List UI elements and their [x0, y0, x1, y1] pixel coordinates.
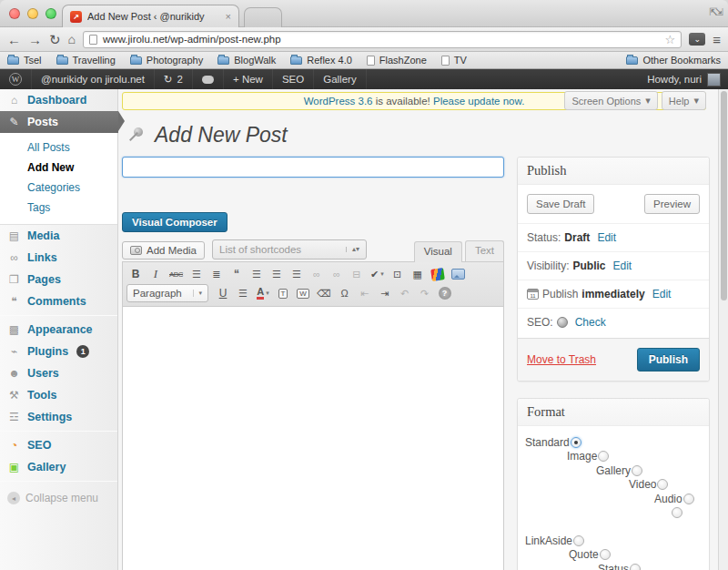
submenu-tags[interactable]: Tags: [0, 198, 117, 218]
numbered-list-button[interactable]: ≣: [207, 266, 226, 282]
visual-composer-button[interactable]: Visual Composer: [122, 212, 228, 232]
forward-button[interactable]: →: [28, 33, 42, 46]
radio-icon[interactable]: [672, 507, 682, 518]
paste-as-text-button[interactable]: T: [274, 285, 292, 301]
undo-button[interactable]: ↶: [396, 285, 414, 301]
italic-button[interactable]: I: [147, 266, 165, 282]
shortcodes-dropdown[interactable]: List of shortcodes▴▾: [212, 239, 367, 260]
account-menu[interactable]: Howdy, nuri: [640, 73, 728, 87]
tab-text[interactable]: Text: [465, 240, 504, 261]
submenu-categories[interactable]: Categories: [0, 178, 117, 198]
paste-from-word-button[interactable]: W: [294, 285, 312, 301]
radio-icon[interactable]: [573, 535, 584, 546]
format-option-link[interactable]: [671, 506, 702, 521]
close-window-button[interactable]: [9, 8, 20, 19]
format-option-status[interactable]: Status: [598, 562, 702, 570]
post-title-input[interactable]: [122, 157, 504, 178]
sidebar-item-tools[interactable]: ⚒Tools: [0, 384, 117, 406]
special-character-button[interactable]: Ω: [336, 285, 354, 301]
spellcheck-button[interactable]: ✔▾: [368, 266, 387, 282]
remove-link-button[interactable]: ∞: [328, 266, 346, 282]
fullscreen-button[interactable]: ⊡: [389, 266, 407, 282]
radio-selected-icon[interactable]: [571, 437, 581, 448]
screen-options-button[interactable]: Screen Options▾: [564, 91, 657, 110]
blockquote-button[interactable]: “: [228, 266, 246, 282]
strikethrough-button[interactable]: ABC: [167, 266, 186, 282]
radio-icon[interactable]: [600, 549, 611, 560]
site-name-menu[interactable]: @nurikidy on jirolu.net: [32, 69, 155, 89]
radio-icon[interactable]: [598, 451, 609, 462]
sidebar-item-appearance[interactable]: ▩Appearance: [0, 319, 117, 341]
reload-button[interactable]: ↻: [49, 33, 61, 46]
sidebar-item-media[interactable]: ▤Media: [0, 225, 117, 247]
comments-menu[interactable]: [193, 69, 224, 89]
format-option-video[interactable]: Video: [629, 478, 702, 493]
radio-icon[interactable]: [683, 494, 694, 504]
sidebar-item-links[interactable]: ∞Links: [0, 247, 117, 269]
seo-menu[interactable]: SEO: [273, 69, 314, 89]
editor-canvas[interactable]: [123, 307, 503, 570]
add-media-button[interactable]: Add Media: [122, 241, 205, 260]
rainbow-flair-button[interactable]: [429, 266, 447, 282]
bullet-list-button[interactable]: ☰: [187, 266, 206, 282]
wordpress-version-link[interactable]: WordPress 3.6: [304, 96, 373, 107]
indent-button[interactable]: ⇥: [376, 285, 394, 301]
radio-icon[interactable]: [657, 479, 668, 490]
bookmark-folder-reflex[interactable]: Reflex 4.0: [290, 55, 352, 66]
bookmark-tv[interactable]: TV: [441, 55, 467, 66]
sidebar-item-comments[interactable]: ❝Comments: [0, 290, 117, 312]
bookmark-flashzone[interactable]: FlashZone: [367, 55, 427, 66]
seo-check-link[interactable]: Check: [575, 316, 606, 329]
justify-button[interactable]: ☰: [234, 285, 252, 301]
new-content-menu[interactable]: + New: [224, 69, 273, 89]
zoom-window-button[interactable]: [46, 8, 56, 19]
bookmark-folder-photography[interactable]: Photography: [130, 55, 203, 66]
format-option-audio[interactable]: Audio: [654, 492, 702, 506]
back-button[interactable]: ←: [7, 33, 21, 46]
text-color-button[interactable]: A▾: [254, 285, 272, 301]
format-option-gallery[interactable]: Gallery: [596, 463, 702, 478]
collapse-menu-button[interactable]: ◂Collapse menu: [0, 484, 117, 512]
browser-tab[interactable]: ↗ Add New Post ‹ @nurikidy ×: [62, 5, 239, 27]
submenu-all-posts[interactable]: All Posts: [0, 137, 117, 158]
sidebar-item-seo[interactable]: ◔SEO: [0, 434, 117, 456]
bold-button[interactable]: B: [126, 266, 145, 282]
url-bar[interactable]: www.jirolu.net/wp-admin/post-new.php ☆: [83, 31, 682, 48]
sidebar-item-plugins[interactable]: ⌁Plugins1: [0, 341, 117, 362]
bookmark-folder-travelling[interactable]: Travelling: [56, 55, 116, 66]
redo-button[interactable]: ↷: [416, 285, 434, 301]
image-slideshow-button[interactable]: [449, 266, 468, 282]
save-draft-button[interactable]: Save Draft: [527, 194, 594, 214]
publish-button[interactable]: Publish: [637, 348, 700, 372]
fullscreen-arrows-icon[interactable]: ⇱⇲: [710, 6, 721, 18]
minimize-window-button[interactable]: [27, 8, 38, 19]
update-now-link[interactable]: Please update now.: [433, 96, 524, 107]
bookmark-folder-tsel[interactable]: Tsel: [7, 55, 42, 66]
sidebar-item-pages[interactable]: ❐Pages: [0, 269, 117, 290]
outdent-button[interactable]: ⇤: [356, 285, 374, 301]
paragraph-format-select[interactable]: Paragraph▾: [126, 284, 208, 302]
underline-button[interactable]: U: [214, 285, 232, 301]
sidebar-item-users[interactable]: ☻Users: [0, 362, 117, 384]
tab-visual[interactable]: Visual: [414, 241, 462, 262]
tab-close-icon[interactable]: ×: [226, 11, 231, 22]
remove-formatting-button[interactable]: ⌫: [314, 285, 334, 301]
pocket-extension-icon[interactable]: ⌄: [689, 33, 705, 46]
align-center-button[interactable]: ☰: [268, 266, 286, 282]
more-tag-button[interactable]: ⊟: [348, 266, 366, 282]
format-option-image[interactable]: Image: [567, 450, 702, 464]
sidebar-item-settings[interactable]: ☲Settings: [0, 406, 117, 428]
submenu-add-new[interactable]: Add New: [0, 158, 117, 178]
bookmark-folder-blogwalk[interactable]: BlogWalk: [217, 55, 276, 66]
preview-button[interactable]: Preview: [644, 194, 700, 214]
radio-icon[interactable]: [632, 465, 642, 476]
other-bookmarks[interactable]: Other Bookmarks: [626, 55, 721, 66]
sidebar-item-posts[interactable]: ✎Posts: [0, 111, 118, 133]
move-to-trash-link[interactable]: Move to Trash: [527, 353, 596, 366]
browser-menu-icon[interactable]: ≡: [713, 32, 721, 47]
help-button[interactable]: Help▾: [662, 91, 706, 110]
updates-menu[interactable]: ↻2: [155, 69, 193, 89]
format-option-standard[interactable]: Standard: [525, 435, 702, 450]
edit-schedule-link[interactable]: Edit: [652, 288, 672, 300]
home-button[interactable]: ⌂: [68, 33, 76, 46]
